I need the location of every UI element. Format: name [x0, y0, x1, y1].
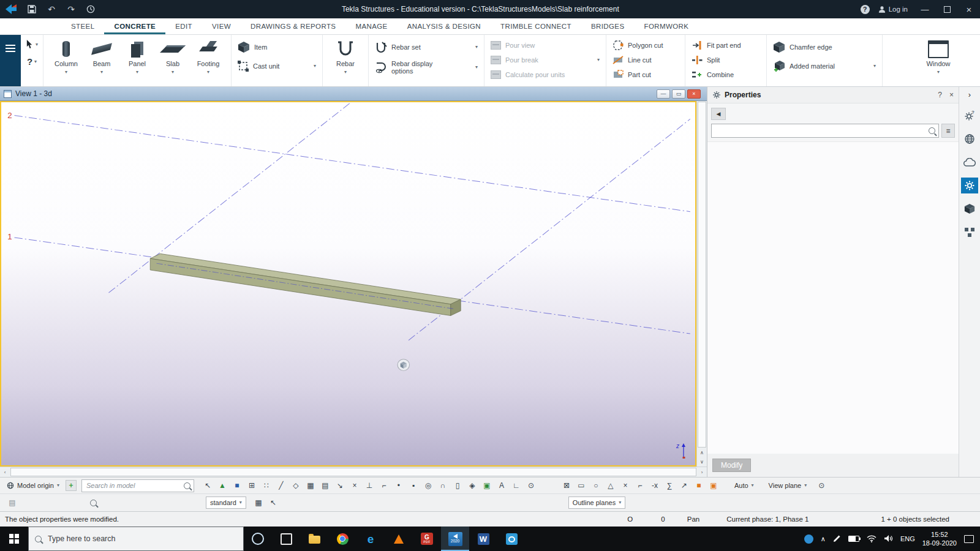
phase-icon[interactable]: ▤: [5, 496, 20, 509]
properties-pane-button[interactable]: [961, 178, 978, 193]
view-close-button[interactable]: ×: [687, 89, 701, 99]
rebar-display-options-button[interactable]: Rebar display options ▾: [375, 60, 478, 75]
tab-analysis-design[interactable]: ANALYSIS & DESIGN: [398, 18, 491, 34]
select-area-icon[interactable]: ▭: [574, 479, 589, 492]
volume-icon[interactable]: [884, 534, 893, 544]
edge-button[interactable]: e: [356, 527, 385, 551]
slab-button[interactable]: Slab ▾: [155, 37, 190, 75]
pour-break-button[interactable]: Pour break ▾: [491, 54, 600, 66]
language-indicator[interactable]: ENG: [900, 535, 915, 542]
column-button[interactable]: Column ▾: [48, 37, 84, 75]
properties-search-input[interactable]: [715, 127, 926, 135]
sum-icon[interactable]: ∑: [662, 479, 677, 492]
organizer-button[interactable]: [961, 224, 978, 240]
snap-center-icon[interactable]: ◎: [421, 479, 435, 492]
file-explorer-button[interactable]: [300, 527, 328, 551]
tab-formwork[interactable]: FORMWORK: [635, 18, 699, 34]
vlc-button[interactable]: [385, 527, 413, 551]
tab-view[interactable]: VIEW: [202, 18, 241, 34]
taskbar-search-input[interactable]: [47, 534, 237, 544]
highlight-dashed-icon[interactable]: ▣: [706, 479, 721, 492]
horizontal-scrollbar[interactable]: ‹ ›: [0, 467, 707, 477]
applications-components-button[interactable]: [961, 201, 978, 217]
outline-planes-dropdown[interactable]: Outline planes ▾: [568, 497, 625, 509]
model-search-input[interactable]: [85, 481, 181, 490]
added-material-button[interactable]: Added material ▾: [773, 60, 876, 72]
wifi-icon[interactable]: [867, 534, 876, 544]
chrome-button[interactable]: [328, 527, 356, 551]
properties-close-button[interactable]: ×: [949, 91, 954, 99]
calculate-pour-units-button[interactable]: Calculate pour units: [491, 69, 600, 80]
snap-dots-icon[interactable]: ∷: [259, 479, 274, 492]
login-button[interactable]: Log in: [875, 5, 911, 14]
add-point-button[interactable]: +: [66, 480, 77, 491]
view-minimize-button[interactable]: —: [657, 89, 670, 99]
item-button[interactable]: Item: [238, 41, 316, 53]
snap-geometry-icon[interactable]: ■: [230, 479, 244, 492]
battery-icon[interactable]: [848, 536, 859, 542]
snap-endpoint-icon[interactable]: ▪: [406, 479, 421, 492]
selection-eye-icon[interactable]: ⊙: [814, 479, 829, 492]
view-title-bar[interactable]: View 1 - 3d — ▭ ×: [0, 87, 707, 101]
split-button[interactable]: Split: [692, 54, 760, 66]
deselect-icon[interactable]: -x: [647, 479, 662, 492]
drag-and-drop-icon[interactable]: ↖: [266, 496, 281, 509]
chamfer-edge-button[interactable]: Chamfer edge: [773, 41, 876, 53]
pdf-app-button[interactable]: GPDF: [413, 527, 441, 551]
model-sharing-button[interactable]: [961, 154, 978, 170]
history-button[interactable]: [85, 2, 96, 16]
select-cross-icon[interactable]: ×: [618, 479, 633, 492]
side-pane-collapse-button[interactable]: ›: [968, 90, 971, 99]
taskbar-search[interactable]: [28, 527, 244, 551]
vertical-scrollbar[interactable]: ∧ ∨: [696, 101, 707, 467]
properties-help-button[interactable]: ?: [938, 91, 942, 99]
snap-free-icon[interactable]: ▯: [450, 479, 465, 492]
highlight-icon[interactable]: ■: [692, 479, 706, 492]
polygon-cut-button[interactable]: Polygon cut: [612, 39, 679, 51]
auto-dropdown[interactable]: Auto ▾: [731, 479, 758, 492]
panel-button[interactable]: Panel ▾: [119, 37, 155, 75]
scroll-down-button[interactable]: ∨: [697, 457, 707, 467]
maximize-button[interactable]: [938, 1, 956, 17]
snap-nearest-icon[interactable]: ↘: [333, 479, 347, 492]
snap-points-icon[interactable]: ▲: [215, 479, 230, 492]
snap-visibility-eye-icon[interactable]: ⊙: [524, 479, 538, 492]
select-circle-icon[interactable]: ○: [589, 479, 603, 492]
rebar-set-button[interactable]: Rebar set ▾: [375, 41, 478, 53]
snap-depth-icon[interactable]: A: [494, 479, 509, 492]
selection-filter-dropdown[interactable]: standard ▾: [206, 497, 246, 509]
vertical-scroll-thumb[interactable]: [698, 102, 706, 448]
snap-plane-icon[interactable]: ▣: [480, 479, 494, 492]
select-tool-button[interactable]: ▾: [26, 40, 38, 49]
undo-button[interactable]: ↶: [46, 2, 57, 16]
fit-part-end-button[interactable]: Fit part end: [692, 39, 760, 51]
tab-steel[interactable]: STEEL: [61, 18, 104, 34]
select-all-icon[interactable]: ⊠: [559, 479, 574, 492]
window-button[interactable]: Window ▾: [919, 37, 958, 75]
select-polygon-icon[interactable]: △: [603, 479, 618, 492]
pen-icon[interactable]: [833, 534, 841, 544]
tab-drawings-reports[interactable]: DRAWINGS & REPORTS: [241, 18, 345, 34]
tab-concrete[interactable]: CONCRETE: [104, 18, 165, 34]
cortana-button[interactable]: [244, 527, 272, 551]
beam-button[interactable]: Beam ▾: [84, 37, 119, 75]
meet-now-icon[interactable]: [804, 534, 813, 544]
snap-intersection-icon[interactable]: ×: [347, 479, 362, 492]
smart-select-icon[interactable]: ↖: [200, 479, 215, 492]
part-cut-button[interactable]: Part cut: [612, 69, 679, 80]
model-viewport[interactable]: 2 1 z: [0, 101, 696, 467]
combine-button[interactable]: Combine: [692, 69, 760, 80]
tekla-taskbar-button[interactable]: 2020: [441, 527, 469, 551]
grid-select-icon[interactable]: ▦: [251, 496, 266, 509]
snap-grid-intersection-icon[interactable]: ⊞: [244, 479, 259, 492]
properties-search-box[interactable]: [711, 124, 939, 138]
line-cut-button[interactable]: Line cut: [612, 54, 679, 66]
snap-extension-icon[interactable]: ⌐: [377, 479, 391, 492]
file-menu-button[interactable]: [0, 35, 21, 86]
tab-edit[interactable]: EDIT: [165, 18, 202, 34]
help-icon[interactable]: ?: [861, 5, 870, 14]
redo-button[interactable]: ↷: [66, 2, 77, 16]
tekla-online-button[interactable]: [961, 131, 978, 147]
scroll-right-button[interactable]: ›: [697, 467, 707, 477]
horizontal-scroll-thumb[interactable]: [10, 468, 696, 476]
